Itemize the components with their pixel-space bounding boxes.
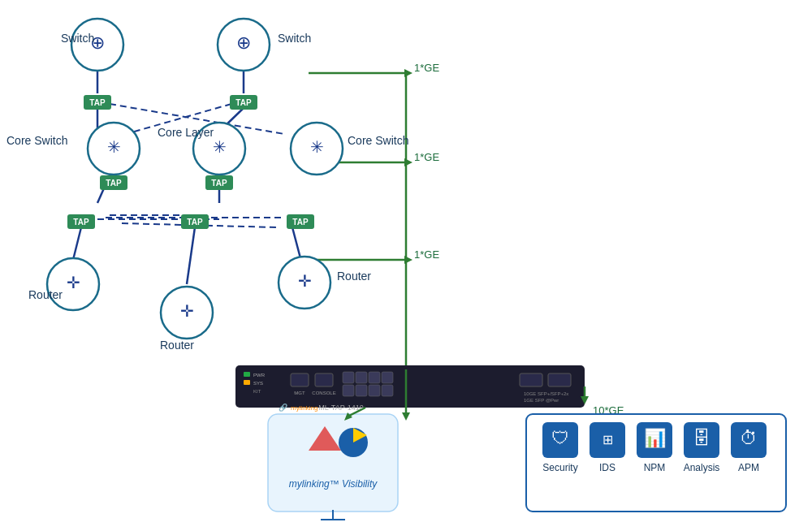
arrow-mid2 xyxy=(404,256,412,264)
ge-label-1: 1*GE xyxy=(414,62,439,74)
arrow-mid1 xyxy=(404,158,412,166)
tap3-text: TAP xyxy=(106,179,122,188)
sfp4 xyxy=(382,372,393,383)
router2-icon: ✛ xyxy=(180,302,194,320)
brand-label: mylinking xyxy=(291,404,317,412)
analysis-icon: 🗄 xyxy=(693,428,710,448)
switch1-label: Switch xyxy=(61,32,94,45)
monitor-box xyxy=(268,414,398,512)
core-switch2-icon: ✳ xyxy=(310,138,324,156)
arrow-top xyxy=(404,69,412,77)
sfp7 xyxy=(369,385,380,396)
tap-r3 xyxy=(292,227,300,258)
kit-label: KIT xyxy=(253,389,261,394)
10gsfp-label: 10GE SFP+/SFP+2x xyxy=(524,391,568,396)
tap-r1 xyxy=(73,227,81,260)
core-switch1-label: Core Switch xyxy=(6,134,67,147)
router3-label: Router xyxy=(337,270,371,283)
sfp-plus2 xyxy=(548,373,571,386)
apm-icon: ⏱ xyxy=(740,428,758,448)
security-label: Security xyxy=(542,462,577,473)
sys-led xyxy=(244,380,250,385)
security-icon: 🛡 xyxy=(551,428,569,448)
router1-icon: ✛ xyxy=(67,274,80,291)
npm-icon: 📊 xyxy=(644,427,667,449)
tap7-text: TAP xyxy=(292,218,309,227)
sfp1 xyxy=(343,372,354,383)
router3-icon: ✛ xyxy=(298,272,312,290)
tap1-text: TAP xyxy=(89,98,106,107)
brand-icon: 🔗 xyxy=(279,403,288,412)
console-port xyxy=(315,373,333,386)
console-label: CONSOLE xyxy=(312,391,335,395)
pwr-led xyxy=(244,372,250,377)
switch2-icon: ⊕ xyxy=(236,32,251,53)
tap5-text: TAP xyxy=(73,218,89,227)
core-layer-label: Core Layer xyxy=(158,126,214,139)
core-switch2-label: Core Switch xyxy=(348,134,408,147)
analysis-label: Analysis xyxy=(684,462,720,473)
sfp5 xyxy=(343,385,354,396)
core-switch1-icon: ✳ xyxy=(107,138,121,156)
tap2-text: TAP xyxy=(235,98,252,107)
npm-label: NPM xyxy=(644,462,666,473)
device-label: ML-TAP-1410 xyxy=(318,404,363,412)
tap-r2 xyxy=(187,227,195,284)
sfp8 xyxy=(382,385,393,396)
sfp-plus1 xyxy=(520,373,542,386)
pwr-label: PWR xyxy=(253,373,266,378)
mgt-port xyxy=(291,373,309,386)
ids-icon: ⊞ xyxy=(603,433,613,447)
ge-label-3: 1*GE xyxy=(414,248,439,261)
core-layer-icon: ✳ xyxy=(213,138,227,156)
1gsfp-label: 1GE SFP @Pwr xyxy=(524,398,559,403)
switch2-label: Switch xyxy=(278,32,311,45)
tap6-text: TAP xyxy=(187,218,203,227)
device-down-arrow xyxy=(402,412,410,421)
mgt-label: MGT xyxy=(294,391,305,395)
ge-label-2: 1*GE xyxy=(414,151,439,163)
router2-label: Router xyxy=(160,339,194,352)
sfp6 xyxy=(356,385,367,396)
tap4-text: TAP xyxy=(211,179,227,188)
ids-label: IDS xyxy=(599,462,615,473)
monitor-label: mylinking™ Visibility xyxy=(289,478,378,490)
diagram-container: 1*GE 1*GE 1*GE ⊕ S xyxy=(0,0,812,531)
sfp3 xyxy=(369,372,380,383)
router1-label: Router xyxy=(28,288,63,301)
apm-label: APM xyxy=(738,462,759,473)
sys-label: SYS xyxy=(253,381,263,386)
sfp2 xyxy=(356,372,367,383)
